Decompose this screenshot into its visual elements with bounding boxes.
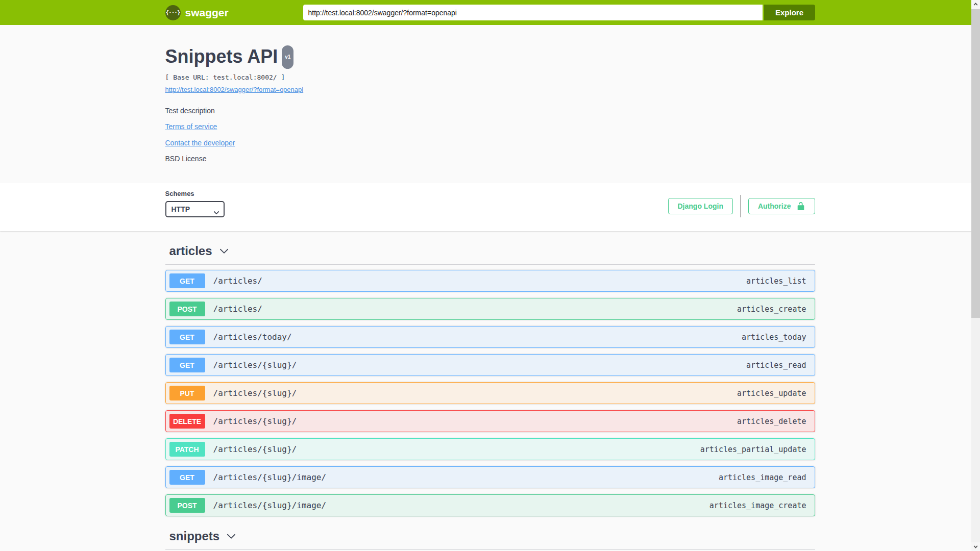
auth-divider [740,195,741,217]
operation-row[interactable]: PUT /articles/{slug}/ articles_update [165,382,815,404]
chevron-down-icon [218,245,230,257]
version-badge: v1 [282,45,293,69]
section-header[interactable]: articles [165,231,815,265]
operation-path: /articles/{slug}/ [213,416,297,426]
operation-id: articles_delete [737,417,809,426]
operation-path: /articles/{slug}/image/ [213,472,327,482]
info-section: Snippets API v1 [ Base URL: test.local:8… [165,25,815,183]
operation-id: articles_read [746,361,809,370]
operation-id: articles_image_read [719,473,810,482]
method-badge: PUT [169,386,205,400]
django-login-button[interactable]: Django Login [668,198,733,214]
topbar: {···} swagger Explore [0,0,980,25]
operation-row[interactable]: GET /articles/{slug}/ articles_read [165,354,815,376]
chevron-down-icon [226,531,237,542]
spec-link[interactable]: http://test.local:8002/swagger/?format=o… [165,86,304,93]
operation-path: /articles/{slug}/ [213,388,297,398]
section-title: articles [169,243,212,258]
scrollbar-thumb[interactable] [971,9,980,318]
unlock-icon [796,202,805,211]
section-header[interactable]: snippets [165,516,815,550]
operation-row[interactable]: POST /articles/ articles_create [165,298,815,320]
api-title-text: Snippets API [165,46,278,67]
download-url-wrapper: Explore [303,5,815,20]
method-badge: GET [169,470,205,485]
schemes-group: Schemes HTTP [165,190,225,217]
spec-url-input[interactable] [303,5,763,20]
operation-id: articles_update [737,389,809,398]
scroll-up-icon[interactable] [971,0,980,9]
operation-row[interactable]: DELETE /articles/{slug}/ articles_delete [165,410,815,432]
method-badge: GET [169,330,205,344]
scroll-down-icon[interactable] [971,542,980,551]
operation-path: /articles/ [213,276,262,286]
license-label: BSD License [165,155,815,163]
method-badge: GET [169,358,205,372]
method-badge: DELETE [169,414,205,429]
operation-row[interactable]: POST /articles/{slug}/image/ articles_im… [165,494,815,516]
operation-path: /articles/{slug}/ [213,360,297,370]
django-login-label: Django Login [678,202,723,210]
method-badge: PATCH [169,442,205,457]
api-description: Test description [165,107,815,115]
authorize-label: Authorize [758,202,791,210]
contact-developer-link[interactable]: Contact the developer [165,139,235,147]
method-badge: POST [169,302,205,316]
operation-id: articles_image_create [709,501,810,510]
operation-path: /articles/today/ [213,332,292,342]
operation-row[interactable]: GET /articles/today/ articles_today [165,326,815,348]
base-url: [ Base URL: test.local:8002/ ] [165,73,815,81]
authorize-button[interactable]: Authorize [748,198,815,214]
swagger-logo: {···} swagger [165,5,231,20]
schemes-label: Schemes [165,190,225,197]
operation-row[interactable]: GET /articles/ articles_list [165,270,815,292]
page-title: Snippets API v1 [165,46,294,70]
terms-of-service-link[interactable]: Terms of service [165,122,217,131]
method-badge: POST [169,498,205,513]
operation-section: articles GET /articles/ articles_list PO… [165,231,815,516]
operations-sections: articles GET /articles/ articles_list PO… [165,231,815,551]
logo-label: swagger [185,7,229,19]
operation-list: GET /articles/ articles_list POST /artic… [165,270,815,516]
operation-path: /articles/ [213,304,262,314]
curly-braces-icon: {···} [165,5,181,20]
explore-button[interactable]: Explore [764,5,815,20]
scheme-container: Schemes HTTP Django Login Authorize [0,183,980,231]
operation-id: articles_today [742,333,809,342]
schemes-select[interactable]: HTTP [165,201,225,217]
operation-row[interactable]: PATCH /articles/{slug}/ articles_partial… [165,438,815,460]
operation-id: articles_partial_update [700,445,810,454]
section-title: snippets [169,529,220,543]
operation-id: articles_create [737,305,809,314]
operation-section: snippets GET /snippets/ snippets_list [165,516,815,551]
page-scrollbar[interactable] [971,0,980,551]
operation-id: articles_list [746,277,809,286]
operation-path: /articles/{slug}/ [213,444,297,454]
operation-path: /articles/{slug}/image/ [213,500,327,510]
auth-wrapper: Django Login Authorize [668,195,815,217]
method-badge: GET [169,273,205,288]
operation-row[interactable]: GET /articles/{slug}/image/ articles_ima… [165,466,815,488]
